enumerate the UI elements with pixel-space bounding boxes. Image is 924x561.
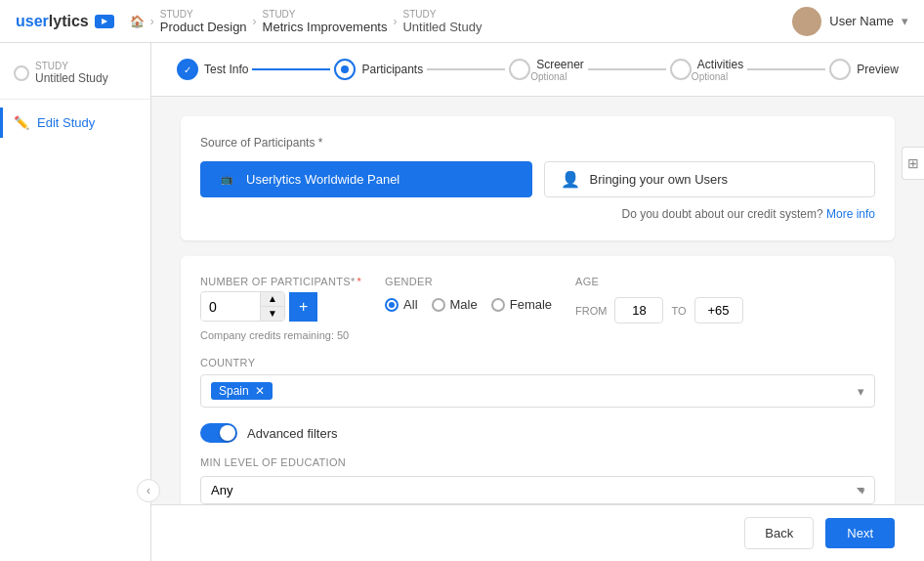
source-title: Source of Participants * [200, 136, 875, 150]
step-screener-label: Screener [536, 58, 584, 71]
study-label: STUDY [35, 61, 108, 71]
participants-input-wrapper: ▲ ▼ [200, 291, 285, 322]
gender-male-label: Male [450, 297, 478, 312]
breadcrumb-untitled[interactable]: Untitled Study [402, 20, 482, 34]
side-panel-icon: ⊞ [907, 155, 919, 171]
logo-icon: ▶ [95, 15, 114, 28]
sidebar: STUDY Untitled Study ✏️ Edit Study [0, 43, 151, 561]
country-tag-spain-label: Spain [219, 384, 249, 398]
user-area: User Name ▾ [792, 7, 908, 36]
gender-options: All Male Female [385, 297, 552, 312]
gender-female-radio [491, 298, 505, 312]
chevron-down-icon[interactable]: ▾ [902, 14, 908, 28]
avatar [792, 7, 821, 36]
age-to-input[interactable] [694, 297, 743, 324]
step-screener[interactable]: Screener Optional [509, 57, 584, 82]
step-preview-label: Preview [857, 63, 899, 76]
source-own-users-btn[interactable]: 👤 Bringing your own Users [544, 161, 876, 197]
decrement-button[interactable]: ▲ [261, 292, 284, 307]
participants-input[interactable] [201, 293, 260, 321]
country-tag-spain-close[interactable]: ✕ [255, 384, 265, 398]
participants-label: Number of participants* [200, 276, 361, 287]
participants-gender-age-row: Number of participants* ▲ ▼ + C [200, 276, 875, 341]
logo: userlytics ▶ [16, 13, 114, 30]
source-worldwide-btn[interactable]: 📺 Userlytics Worldwide Panel [200, 161, 532, 197]
worldwide-panel-icon: 📺 [217, 173, 236, 187]
age-group: Age FROM TO [575, 276, 742, 324]
logo-user: user [16, 13, 49, 29]
next-button[interactable]: Next [825, 518, 895, 548]
gender-all-label: All [403, 297, 417, 312]
sidebar-item-edit-study[interactable]: ✏️ Edit Study [0, 108, 150, 138]
gender-all-radio [385, 298, 399, 312]
username: User Name [829, 14, 894, 28]
education-label: MIN LEVEL OF EDUCATION [200, 456, 875, 468]
step-participants[interactable]: Participants [334, 59, 423, 80]
step-line-3 [588, 68, 666, 70]
home-icon[interactable]: 🏠 [130, 15, 145, 28]
country-tag-spain: Spain ✕ [211, 382, 273, 400]
step-line-4 [747, 68, 825, 70]
source-panel: Source of Participants * 📺 Userlytics Wo… [181, 116, 895, 240]
top-nav: userlytics ▶ 🏠 › STUDY Product Design › … [0, 0, 924, 43]
toggle-knob [220, 425, 235, 441]
step-activities-label: Activities [697, 58, 743, 71]
gender-all-option[interactable]: All [385, 297, 417, 312]
step-activities-circle [670, 59, 692, 80]
age-from-label: FROM [575, 305, 607, 317]
country-dropdown-arrow[interactable]: ▾ [858, 384, 864, 399]
progress-bar: ✓ Test Info Participants Screener Option… [151, 43, 924, 97]
gender-male-option[interactable]: Male [432, 297, 478, 312]
advanced-filters-toggle-row: Advanced filters [200, 423, 875, 443]
layout: STUDY Untitled Study ✏️ Edit Study ✓ Tes… [0, 43, 924, 561]
gender-female-label: Female [510, 297, 552, 312]
education-group: MIN LEVEL OF EDUCATION Any [200, 456, 875, 504]
step-line-2 [427, 68, 505, 70]
participants-panel: Number of participants* ▲ ▼ + C [181, 256, 895, 504]
advanced-filters-label: Advanced filters [247, 426, 338, 441]
step-line-1 [252, 68, 330, 70]
step-test-info[interactable]: ✓ Test Info [177, 59, 248, 80]
edit-icon: ✏️ [14, 115, 29, 130]
country-label: COUNTRY [200, 357, 875, 368]
footer: Back Next [151, 504, 924, 561]
increment-button-small[interactable]: ▼ [261, 307, 284, 321]
step-preview[interactable]: Preview [829, 59, 899, 80]
breadcrumb-metrics[interactable]: Metrics Improvements [263, 20, 388, 34]
credit-info: Do you doubt about our credit system? Mo… [200, 207, 875, 221]
sidebar-edit-label: Edit Study [37, 115, 95, 130]
breadcrumb-product-design[interactable]: Product Design [160, 20, 247, 34]
side-panel-toggle[interactable]: ⊞ [902, 147, 924, 180]
education-select-wrapper: Any [200, 476, 875, 504]
step-activities[interactable]: Activities Optional [670, 57, 743, 82]
country-field: COUNTRY Spain ✕ ▾ [200, 357, 875, 408]
own-users-icon: 👤 [561, 173, 580, 187]
country-tag-input[interactable]: Spain ✕ ▾ [200, 374, 875, 408]
step-participants-label: Participants [361, 63, 423, 76]
back-button[interactable]: Back [744, 517, 814, 549]
gender-group: Gender All Male [385, 276, 552, 312]
add-participant-button[interactable]: + [289, 292, 317, 322]
step-preview-circle [829, 59, 851, 80]
collapse-icon: ‹ [147, 484, 150, 497]
gender-male-radio [432, 298, 445, 312]
breadcrumb: 🏠 › STUDY Product Design › STUDY Metrics… [130, 9, 793, 34]
own-users-label: Bringing your own Users [590, 172, 729, 187]
source-options: 📺 Userlytics Worldwide Panel 👤 Bringing … [200, 161, 875, 197]
step-test-info-circle: ✓ [177, 59, 198, 80]
gender-female-option[interactable]: Female [491, 297, 552, 312]
advanced-filters-toggle[interactable] [200, 423, 237, 443]
step-test-info-label: Test Info [204, 63, 248, 76]
age-to-label: TO [671, 305, 686, 317]
content-area: Source of Participants * 📺 Userlytics Wo… [151, 97, 924, 504]
education-select[interactable]: Any [200, 476, 875, 504]
credit-more-info-link[interactable]: More info [826, 207, 875, 221]
step-screener-circle [509, 59, 530, 80]
sidebar-collapse-button[interactable]: ‹ [137, 479, 160, 502]
age-from-input[interactable] [614, 297, 663, 324]
credits-remaining: Company credits remaining: 50 [200, 329, 361, 341]
study-status-icon [14, 65, 29, 81]
participants-group: Number of participants* ▲ ▼ + C [200, 276, 361, 341]
logo-lytics: lytics [49, 13, 89, 29]
gender-label: Gender [385, 276, 552, 287]
